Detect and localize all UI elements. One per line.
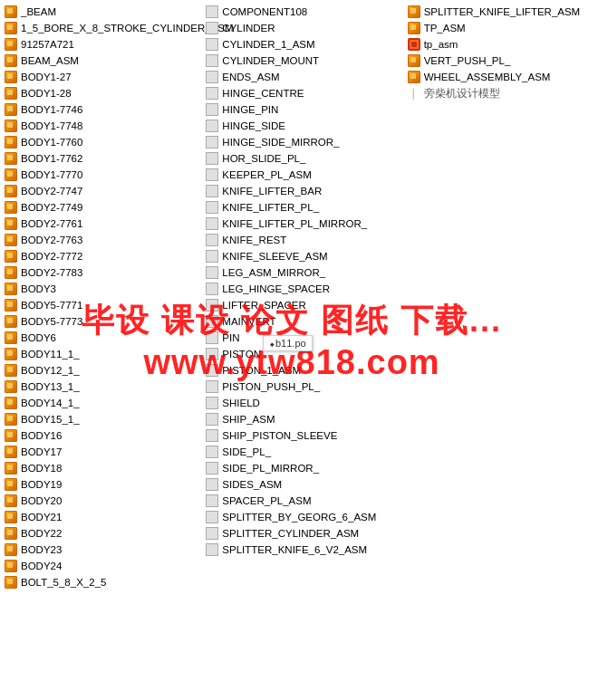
list-item[interactable]: SPACER_PL_ASM: [203, 493, 404, 509]
part-icon: [205, 53, 219, 68]
list-item[interactable]: BODY23: [2, 542, 203, 558]
list-item[interactable]: LIFTER_SPACER: [203, 297, 404, 313]
list-item[interactable]: HOR_SLIDE_PL_: [203, 150, 404, 167]
list-item[interactable]: BODY12_1_: [2, 362, 203, 379]
part-icon: [205, 412, 219, 427]
list-item[interactable]: BODY18: [2, 460, 203, 476]
part-icon: [205, 135, 219, 149]
part-icon: [205, 21, 219, 35]
list-item[interactable]: BODY14_1_: [2, 395, 203, 411]
part-icon: [205, 184, 219, 198]
list-item[interactable]: BODY1-7760: [2, 134, 203, 150]
list-item[interactable]: HINGE_CENTRE: [203, 85, 404, 101]
list-item[interactable]: BODY1-7748: [2, 118, 203, 134]
list-item[interactable]: CYLINDER_1_ASM: [203, 36, 404, 53]
part-icon: [4, 70, 18, 84]
list-item[interactable]: SPLITTER_CYLINDER_ASM: [203, 525, 404, 542]
list-item[interactable]: BODY15_1_: [2, 411, 203, 427]
part-icon: [4, 200, 18, 215]
part-icon: [205, 86, 219, 101]
list-item[interactable]: BODY5-7773: [2, 313, 203, 330]
list-item[interactable]: │ 旁柴机设计模型: [405, 85, 606, 101]
list-item[interactable]: BODY19: [2, 476, 203, 493]
list-item[interactable]: CYLINDER: [203, 20, 404, 36]
list-item[interactable]: HINGE_SIDE: [203, 118, 404, 134]
file-list-container: _BEAM 1_5_BORE_X_8_STROKE_CYLINDER_ASM 9…: [0, 0, 608, 594]
list-item[interactable]: SPLITTER_BY_GEORG_6_ASM: [203, 509, 404, 525]
list-item[interactable]: PISTON_1_ASM: [203, 362, 404, 379]
list-item[interactable]: CYLINDER_MOUNT: [203, 53, 404, 69]
list-item[interactable]: BODY2-7747: [2, 183, 203, 199]
part-icon: [205, 298, 219, 312]
list-item[interactable]: BOLT_5_8_X_2_5: [2, 574, 203, 590]
list-item[interactable]: BEAM_ASM: [2, 53, 203, 69]
list-item[interactable]: COMPONENT108: [203, 4, 404, 20]
list-item[interactable]: 1_5_BORE_X_8_STROKE_CYLINDER_ASM: [2, 20, 203, 36]
list-item[interactable]: SIDE_PL_: [203, 444, 404, 460]
list-item[interactable]: BODY1-27: [2, 69, 203, 85]
list-item[interactable]: BODY2-7772: [2, 248, 203, 264]
list-item[interactable]: BODY1-7770: [2, 167, 203, 183]
part-icon: [205, 151, 219, 166]
list-item[interactable]: BODY1-28: [2, 85, 203, 101]
list-item[interactable]: PISTON_PUSH_PL_: [203, 379, 404, 395]
part-icon: [4, 37, 18, 52]
part-icon: [205, 119, 219, 133]
list-item[interactable]: KNIFE_LIFTER_PL_: [203, 199, 404, 216]
list-item[interactable]: _BEAM: [2, 4, 203, 20]
list-item[interactable]: BODY13_1_: [2, 379, 203, 395]
column-2: COMPONENT108 CYLINDER CYLINDER_1_ASM CYL…: [203, 4, 404, 590]
list-item[interactable]: TP_ASM: [405, 20, 606, 36]
list-item[interactable]: SHIP_ASM: [203, 411, 404, 427]
list-item[interactable]: LEG_HINGE_SPACER: [203, 281, 404, 297]
list-item[interactable]: SPLITTER_KNIFE_6_V2_ASM: [203, 542, 404, 558]
list-item[interactable]: SIDE_PL_MIRROR_: [203, 460, 404, 476]
list-item[interactable]: BODY22: [2, 525, 203, 542]
part-icon: [4, 135, 18, 149]
list-item[interactable]: BODY1-7762: [2, 150, 203, 167]
list-item[interactable]: SHIP_PISTON_SLEEVE: [203, 427, 404, 444]
list-item[interactable]: BODY2-7783: [2, 264, 203, 281]
list-item[interactable]: HINGE_PIN: [203, 101, 404, 118]
list-item[interactable]: BODY2-7763: [2, 232, 203, 248]
part-icon: [205, 249, 219, 264]
list-item[interactable]: BODY11_1_: [2, 346, 203, 362]
list-item[interactable]: KNIFE_LIFTER_BAR: [203, 183, 404, 199]
list-item[interactable]: BODY3: [2, 281, 203, 297]
part-icon: [407, 70, 421, 84]
list-item[interactable]: WHEEL_ASSEMBLY_ASM: [405, 69, 606, 85]
part-icon: [205, 477, 219, 492]
list-item[interactable]: KNIFE_REST: [203, 232, 404, 248]
list-item[interactable]: BODY6: [2, 330, 203, 346]
part-icon: [4, 282, 18, 296]
part-icon: [4, 5, 18, 19]
list-item[interactable]: BODY1-7746: [2, 101, 203, 118]
list-item[interactable]: VERT_PUSH_PL_: [405, 53, 606, 69]
list-item[interactable]: BODY24: [2, 558, 203, 574]
part-icon: [205, 233, 219, 247]
part-icon: [407, 21, 421, 35]
list-item[interactable]: BODY20: [2, 493, 203, 509]
part-icon: [205, 542, 219, 557]
list-item[interactable]: KNIFE_LIFTER_PL_MIRROR_: [203, 216, 404, 232]
list-item[interactable]: 91257A721: [2, 36, 203, 53]
list-item[interactable]: KEEPER_PL_ASM: [203, 167, 404, 183]
list-item[interactable]: BODY21: [2, 509, 203, 525]
list-item[interactable]: BODY2-7749: [2, 199, 203, 216]
list-item[interactable]: BODY17: [2, 444, 203, 460]
part-icon: [4, 265, 18, 280]
part-icon: [4, 526, 18, 541]
list-item[interactable]: SHIELD: [203, 395, 404, 411]
list-item[interactable]: SIDES_ASM: [203, 476, 404, 493]
list-item[interactable]: BODY2-7761: [2, 216, 203, 232]
list-item[interactable]: SPLITTER_KNIFE_LIFTER_ASM: [405, 4, 606, 20]
list-item[interactable]: BODY16: [2, 427, 203, 444]
list-item[interactable]: LEG_ASM_MIRROR_: [203, 264, 404, 281]
list-item[interactable]: KNIFE_SLEEVE_ASM: [203, 248, 404, 264]
list-item[interactable]: tp_asm: [405, 36, 606, 53]
list-item[interactable]: MAINVERT: [203, 313, 404, 330]
list-item[interactable]: ENDS_ASM: [203, 69, 404, 85]
list-item[interactable]: HINGE_SIDE_MIRROR_: [203, 134, 404, 150]
part-icon: [4, 575, 18, 590]
list-item[interactable]: BODY5-7771: [2, 297, 203, 313]
